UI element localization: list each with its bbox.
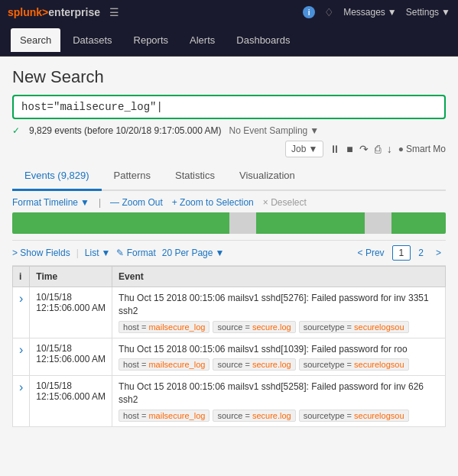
next-page-button[interactable]: > bbox=[431, 246, 446, 260]
show-fields-button[interactable]: > Show Fields bbox=[12, 248, 70, 258]
event-text: Thu Oct 15 2018 00:15:06 mailsv1 sshd[10… bbox=[119, 343, 439, 356]
pagination: < Prev 1 2 > bbox=[353, 245, 446, 261]
nav-item-alerts[interactable]: Alerts bbox=[180, 28, 224, 52]
send-button[interactable]: ↷ bbox=[359, 143, 369, 155]
job-button[interactable]: Job ▼ bbox=[285, 141, 323, 157]
row-expander[interactable]: › bbox=[13, 287, 30, 338]
timeline-segment-4 bbox=[256, 212, 365, 234]
hamburger-icon[interactable]: ☰ bbox=[109, 6, 119, 18]
th-i: i bbox=[13, 267, 30, 287]
tab-patterns[interactable]: Patterns bbox=[102, 162, 163, 191]
timeline-controls: Format Timeline ▼ | — Zoom Out + Zoom to… bbox=[12, 191, 446, 212]
tab-events[interactable]: Events (9,829) bbox=[12, 162, 102, 191]
tag-value: secure.log bbox=[252, 360, 291, 369]
tag-key: host = bbox=[123, 360, 148, 369]
timeline-segment-1 bbox=[12, 212, 93, 234]
print-button[interactable]: ⎙ bbox=[375, 143, 381, 155]
logo-enterprise: enterprise bbox=[48, 6, 100, 18]
top-bar: splunk>enterprise ☰ i ♢ Messages ▼ Setti… bbox=[0, 0, 458, 24]
tabs: Events (9,829) Patterns Statistics Visua… bbox=[12, 162, 446, 191]
event-tag[interactable]: source = secure.log bbox=[213, 321, 295, 333]
tag-key: host = bbox=[123, 411, 148, 420]
chevron-down-icon: ▼ bbox=[80, 197, 89, 208]
page-content: New Search ✓ 9,829 events (before 10/20/… bbox=[0, 57, 458, 427]
logo: splunk>enterprise bbox=[8, 6, 100, 18]
tag-value: mailsecure_log bbox=[148, 360, 205, 369]
chevron-down-icon: ▼ bbox=[441, 7, 450, 18]
event-cell: Thu Oct 15 2018 00:15:06 mailsv1 sshd[10… bbox=[112, 338, 446, 376]
tag-key: source = bbox=[217, 360, 252, 369]
download-button[interactable]: ↓ bbox=[387, 143, 392, 155]
nav-item-reports[interactable]: Reports bbox=[125, 28, 178, 52]
event-tag[interactable]: sourcetype = securelogsou bbox=[299, 410, 409, 422]
event-cell: Thu Oct 15 2018 00:15:06 mailsv1 sshd[52… bbox=[112, 287, 446, 338]
page-2-button[interactable]: 2 bbox=[414, 246, 428, 260]
row-expander[interactable]: › bbox=[13, 376, 30, 427]
prev-page-button[interactable]: < Prev bbox=[353, 246, 389, 260]
chevron-down-icon: ▼ bbox=[388, 7, 397, 18]
tag-value: mailsecure_log bbox=[148, 322, 205, 332]
check-icon: ✓ bbox=[12, 125, 20, 136]
table-row: ›10/15/1812:15:06.000 AMThu Oct 15 2018 … bbox=[13, 376, 446, 427]
tag-value: secure.log bbox=[252, 322, 291, 332]
row-expander[interactable]: › bbox=[13, 338, 30, 376]
messages-button[interactable]: Messages ▼ bbox=[343, 7, 397, 18]
timeline-bar[interactable] bbox=[12, 212, 446, 234]
zoom-out-button[interactable]: — Zoom Out bbox=[110, 197, 163, 208]
tag-value: mailsecure_log bbox=[148, 411, 205, 420]
tag-key: sourcetype = bbox=[304, 360, 354, 369]
settings-button[interactable]: Settings ▼ bbox=[406, 7, 450, 18]
nav-item-dashboards[interactable]: Dashboards bbox=[227, 28, 299, 52]
list-button[interactable]: List ▼ bbox=[85, 248, 111, 258]
table-row: ›10/15/1812:15:06.000 AMThu Oct 15 2018 … bbox=[13, 287, 446, 338]
event-tag[interactable]: host = mailsecure_log bbox=[119, 410, 210, 422]
event-time: 10/15/1812:15:06.000 AM bbox=[30, 376, 112, 427]
pause-button[interactable]: ⏸ bbox=[330, 143, 340, 155]
event-text: Thu Oct 15 2018 00:15:06 mailsv1 sshd[52… bbox=[119, 380, 439, 406]
chevron-down-icon: ▼ bbox=[215, 248, 224, 258]
event-tag[interactable]: source = secure.log bbox=[213, 410, 295, 422]
tag-key: host = bbox=[123, 322, 148, 332]
toolbar: Job ▼ ⏸ ■ ↷ ⎙ ↓ ● Smart Mo bbox=[12, 141, 446, 157]
timeline-segment-2 bbox=[93, 212, 229, 234]
event-tag[interactable]: sourcetype = securelogsou bbox=[299, 321, 409, 333]
zoom-to-selection-button[interactable]: + Zoom to Selection bbox=[172, 197, 254, 208]
logo-splunk: splunk> bbox=[8, 6, 48, 18]
th-event: Event bbox=[112, 267, 446, 287]
search-box-wrapper bbox=[12, 95, 446, 119]
chevron-down-icon: ▼ bbox=[308, 144, 317, 154]
tag-value: securelogsou bbox=[354, 322, 404, 332]
deselect-button[interactable]: × Deselect bbox=[263, 197, 307, 208]
info-icon[interactable]: i bbox=[303, 6, 315, 18]
tab-statistics[interactable]: Statistics bbox=[163, 162, 227, 191]
nav-item-datasets[interactable]: Datasets bbox=[63, 28, 121, 52]
current-page[interactable]: 1 bbox=[392, 245, 411, 261]
format-timeline-button[interactable]: Format Timeline ▼ bbox=[12, 197, 89, 208]
status-bar: ✓ 9,829 events (before 10/20/18 9:17:05.… bbox=[12, 125, 446, 136]
tag-key: source = bbox=[217, 411, 252, 420]
smart-mode-button[interactable]: ● Smart Mo bbox=[398, 144, 446, 154]
activity-icon[interactable]: ♢ bbox=[324, 6, 334, 18]
timeline-separator: | bbox=[99, 197, 101, 208]
per-page-button[interactable]: 20 Per Page ▼ bbox=[162, 248, 225, 258]
event-cell: Thu Oct 15 2018 00:15:06 mailsv1 sshd[52… bbox=[112, 376, 446, 427]
event-time: 10/15/1812:15:06.000 AM bbox=[30, 287, 112, 338]
chevron-down-icon: ▼ bbox=[310, 125, 319, 136]
event-tag[interactable]: sourcetype = securelogsou bbox=[299, 358, 409, 371]
search-input[interactable] bbox=[21, 101, 437, 113]
tag-key: sourcetype = bbox=[304, 411, 354, 420]
event-tag[interactable]: source = secure.log bbox=[213, 358, 295, 371]
chevron-down-icon: ▼ bbox=[102, 248, 111, 258]
table-row: ›10/15/1812:15:06.000 AMThu Oct 15 2018 … bbox=[13, 338, 446, 376]
event-tag[interactable]: host = mailsecure_log bbox=[119, 321, 210, 333]
stop-button[interactable]: ■ bbox=[346, 143, 352, 155]
nav-item-search[interactable]: Search bbox=[11, 28, 60, 52]
tag-value: secure.log bbox=[252, 411, 291, 420]
th-time: Time bbox=[30, 267, 112, 287]
format-button[interactable]: ✎ Format bbox=[116, 248, 155, 258]
tag-key: sourcetype = bbox=[304, 322, 354, 332]
event-tag[interactable]: host = mailsecure_log bbox=[119, 358, 210, 371]
tab-visualization[interactable]: Visualization bbox=[227, 162, 307, 191]
event-count: 9,829 events (before 10/20/18 9:17:05.00… bbox=[29, 125, 222, 136]
no-sampling-button[interactable]: No Event Sampling ▼ bbox=[229, 125, 320, 136]
